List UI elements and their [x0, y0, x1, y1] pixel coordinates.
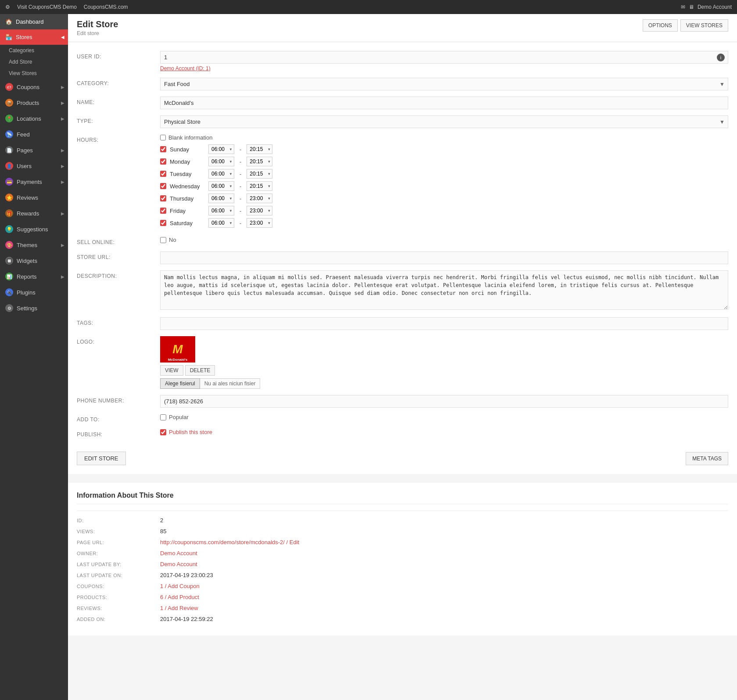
store-url-label: STORE URL: [77, 251, 160, 260]
friday-end-select[interactable]: 23:00 [247, 206, 272, 215]
thursday-end-select[interactable]: 23:00 [247, 194, 272, 203]
thursday-checkbox[interactable] [160, 195, 166, 201]
view-stores-header-button[interactable]: VIEW STORES [680, 19, 728, 32]
sidebar-sub-add-store[interactable]: Add Store [0, 56, 68, 68]
demo-account-link[interactable]: Demo Account (ID: 1) [160, 65, 728, 72]
info-reviews-row: REVIEWS: 1 / Add Review [77, 605, 728, 611]
mcd-logo-icon: M [172, 342, 182, 356]
saturday-end-select[interactable]: 23:00 [247, 218, 272, 228]
monday-end-select[interactable]: 20:15 [247, 157, 272, 166]
sidebar-item-plugins[interactable]: 🔌 Plugins [0, 284, 68, 300]
sidebar-item-settings[interactable]: ⚙ Settings [0, 300, 68, 316]
coupons-icon: 🏷 [5, 83, 13, 91]
page-url-edit-link[interactable]: / Edit [286, 539, 300, 546]
logo-view-button[interactable]: VIEW [160, 365, 183, 376]
blank-info-checkbox[interactable] [160, 135, 166, 140]
info-views-value: 85 [160, 528, 166, 535]
monday-checkbox[interactable] [160, 158, 166, 165]
visit-demo-icon: ⚙ [5, 4, 10, 10]
friday-checkbox[interactable] [160, 208, 166, 214]
saturday-end-wrapper: 23:00 [247, 218, 272, 228]
description-textarea[interactable]: Nam mollis lectus magna, in aliquam mi m… [160, 270, 728, 310]
reviews-link[interactable]: 1 / Add Review [160, 605, 198, 611]
sidebar-item-coupons[interactable]: 🏷 Coupons ▶ [0, 79, 68, 95]
popular-label: Popular [169, 414, 189, 420]
category-select-wrapper: Fast Food ▼ [160, 78, 728, 90]
users-arrow: ▶ [61, 164, 64, 169]
name-input[interactable] [160, 97, 728, 109]
coupons-link[interactable]: 1 / Add Coupon [160, 583, 200, 589]
wednesday-start-select[interactable]: 06:00 [208, 181, 234, 191]
sidebar-item-reviews[interactable]: ⭐ Reviews [0, 190, 68, 205]
sunday-sep: - [238, 146, 243, 153]
sell-online-checkbox[interactable] [160, 237, 166, 243]
site-link[interactable]: CouponsCMS.com [84, 4, 128, 10]
sidebar-sub-categories[interactable]: Categories [0, 45, 68, 56]
thursday-label: Thursday [170, 195, 205, 202]
sidebar-item-locations[interactable]: 📍 Locations ▶ [0, 111, 68, 126]
store-url-row: STORE URL: [77, 251, 728, 264]
sidebar-item-payments[interactable]: 💳 Payments ▶ [0, 174, 68, 190]
visit-demo-link[interactable]: Visit CouponsCMS Demo [17, 4, 77, 10]
sunday-start-select[interactable]: 06:00 [208, 144, 234, 154]
info-last-update-by-row: LAST UPDATE BY: Demo Account [77, 561, 728, 567]
sunday-end-select[interactable]: 20:15 [247, 144, 272, 154]
phone-input[interactable] [160, 395, 728, 408]
coupons-label: Coupons [17, 84, 39, 90]
thursday-start-select[interactable]: 06:00 [208, 194, 234, 203]
tuesday-end-select[interactable]: 20:15 [247, 169, 272, 179]
popular-checkbox[interactable] [160, 414, 166, 420]
sidebar-item-feed[interactable]: 📡 Feed [0, 126, 68, 142]
type-select[interactable]: Physical Store [160, 115, 728, 128]
info-id-value: 2 [160, 517, 163, 524]
sidebar-item-products[interactable]: 📦 Products ▶ [0, 95, 68, 111]
sunday-label: Sunday [170, 146, 205, 153]
users-icon: 👤 [5, 162, 13, 170]
edit-store-button[interactable]: EDIT STORE [77, 452, 126, 465]
saturday-checkbox[interactable] [160, 220, 166, 226]
hours-label: HOURS: [77, 134, 160, 143]
sidebar-item-pages[interactable]: 📄 Pages ▶ [0, 142, 68, 158]
sunday-checkbox[interactable] [160, 146, 166, 152]
publish-checkbox[interactable] [160, 429, 166, 435]
sidebar-item-rewards[interactable]: 🎁 Rewards ▶ [0, 205, 68, 221]
logo-delete-button[interactable]: DELETE [185, 365, 215, 376]
sidebar-item-users[interactable]: 👤 Users ▶ [0, 158, 68, 174]
settings-label: Settings [17, 305, 37, 312]
monday-start-select[interactable]: 06:00 [208, 157, 234, 166]
info-last-update-on-label: LAST UPDATE ON: [77, 572, 160, 578]
wednesday-start-wrapper: 06:00 [208, 181, 234, 191]
account-link[interactable]: Demo Account [698, 4, 732, 10]
hours-sunday: Sunday 06:00 - 20:15 [160, 144, 728, 154]
meta-tags-button[interactable]: META TAGS [686, 452, 728, 465]
monday-sep: - [238, 158, 243, 165]
hours-wednesday: Wednesday 06:00 - 20:15 [160, 181, 728, 191]
sidebar-item-stores[interactable]: 🏪 Stores [0, 29, 68, 45]
store-url-input[interactable] [160, 251, 728, 264]
choose-file-button[interactable]: Alege fisierul [160, 378, 200, 389]
info-added-on-value: 2017-04-19 22:59:22 [160, 616, 213, 622]
last-update-by-link[interactable]: Demo Account [160, 561, 197, 567]
user-id-input[interactable] [160, 51, 728, 64]
sidebar-item-themes[interactable]: 🎨 Themes ▶ [0, 237, 68, 253]
sidebar-sub-view-stores[interactable]: View Stores [0, 68, 68, 79]
saturday-start-select[interactable]: 06:00 [208, 218, 234, 228]
user-id-info-icon[interactable]: i [717, 54, 725, 61]
wednesday-checkbox[interactable] [160, 183, 166, 189]
tuesday-start-select[interactable]: 06:00 [208, 169, 234, 179]
sidebar-item-suggestions[interactable]: 💡 Suggestions [0, 221, 68, 237]
wednesday-end-select[interactable]: 20:15 [247, 181, 272, 191]
tags-input[interactable] [160, 317, 728, 330]
sidebar-item-widgets[interactable]: 🔲 Widgets [0, 253, 68, 269]
page-url-link[interactable]: http://couponscms.com/demo/store/mcdonal… [160, 539, 285, 546]
sidebar-item-dashboard[interactable]: 🏠 Dashboard [0, 14, 68, 29]
products-link[interactable]: 6 / Add Product [160, 594, 199, 600]
category-select[interactable]: Fast Food [160, 78, 728, 90]
owner-link[interactable]: Demo Account [160, 550, 197, 556]
sidebar-item-reports[interactable]: 📊 Reports ▶ [0, 269, 68, 284]
friday-start-select[interactable]: 06:00 [208, 206, 234, 215]
tuesday-checkbox[interactable] [160, 171, 166, 177]
suggestions-icon: 💡 [5, 225, 13, 233]
friday-end-wrapper: 23:00 [247, 206, 272, 215]
options-button[interactable]: OPTIONS [643, 19, 678, 32]
